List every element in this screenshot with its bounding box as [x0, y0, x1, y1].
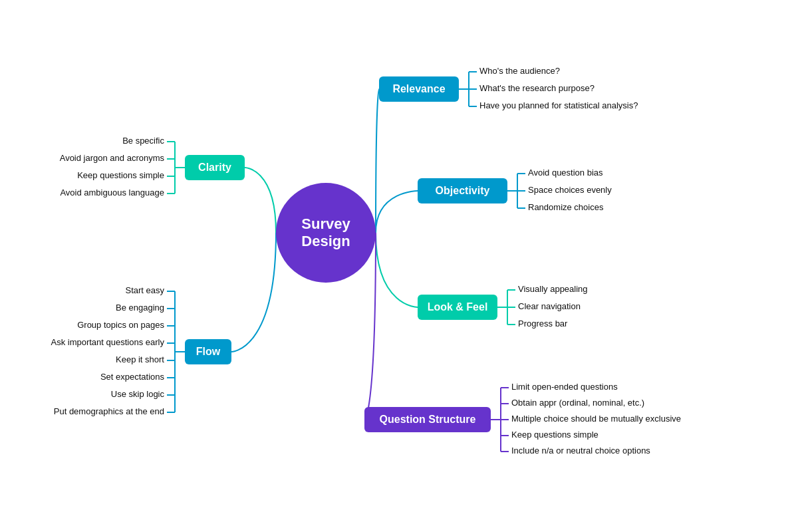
leaf-clarity-1: Avoid jargon and acronyms: [0, 153, 164, 163]
leaf-flow-1: Be engaging: [0, 303, 164, 313]
branch-look-feel: Look & Feel: [418, 295, 497, 320]
branch-question-structure: Question Structure: [364, 407, 491, 432]
branch-clarity: Clarity: [185, 155, 245, 180]
branch-flow: Flow: [185, 339, 231, 364]
leaf-question-structure-4: Include n/a or neutral choice options: [511, 446, 650, 456]
leaf-look-feel-2: Progress bar: [518, 319, 567, 329]
leaf-objectivity-0: Avoid question bias: [528, 168, 603, 178]
leaf-flow-3: Ask important questions early: [0, 337, 164, 347]
branch-objectivity: Objectivity: [418, 178, 507, 203]
leaf-question-structure-0: Limit open-ended questions: [511, 382, 618, 392]
leaf-relevance-0: Who's the audience?: [479, 66, 560, 76]
leaf-clarity-0: Be specific: [0, 136, 164, 146]
leaf-question-structure-3: Keep questions simple: [511, 430, 598, 440]
leaf-relevance-1: What's the research purpose?: [479, 83, 595, 93]
leaf-objectivity-2: Randomize choices: [528, 202, 603, 212]
leaf-look-feel-1: Clear navigation: [518, 301, 581, 311]
leaf-question-structure-2: Multiple choice should be mutually exclu…: [511, 414, 681, 424]
center-node: SurveyDesign: [276, 183, 376, 283]
leaf-relevance-2: Have you planned for statistical analysi…: [479, 100, 638, 110]
center-label: SurveyDesign: [301, 215, 350, 250]
leaf-flow-0: Start easy: [0, 285, 164, 295]
leaf-question-structure-1: Obtain appr (ordinal, nominal, etc.): [511, 398, 644, 408]
leaf-flow-5: Set expectations: [0, 372, 164, 382]
branch-relevance: Relevance: [379, 76, 459, 102]
leaf-look-feel-0: Visually appealing: [518, 284, 588, 294]
leaf-flow-4: Keep it short: [0, 354, 164, 364]
leaf-flow-2: Group topics on pages: [0, 320, 164, 330]
leaf-objectivity-1: Space choices evenly: [528, 185, 612, 195]
leaf-flow-7: Put demographics at the end: [0, 406, 164, 416]
leaf-clarity-2: Keep questions simple: [0, 170, 164, 180]
leaf-clarity-3: Avoid ambiguous language: [0, 188, 164, 198]
leaf-flow-6: Use skip logic: [0, 389, 164, 399]
